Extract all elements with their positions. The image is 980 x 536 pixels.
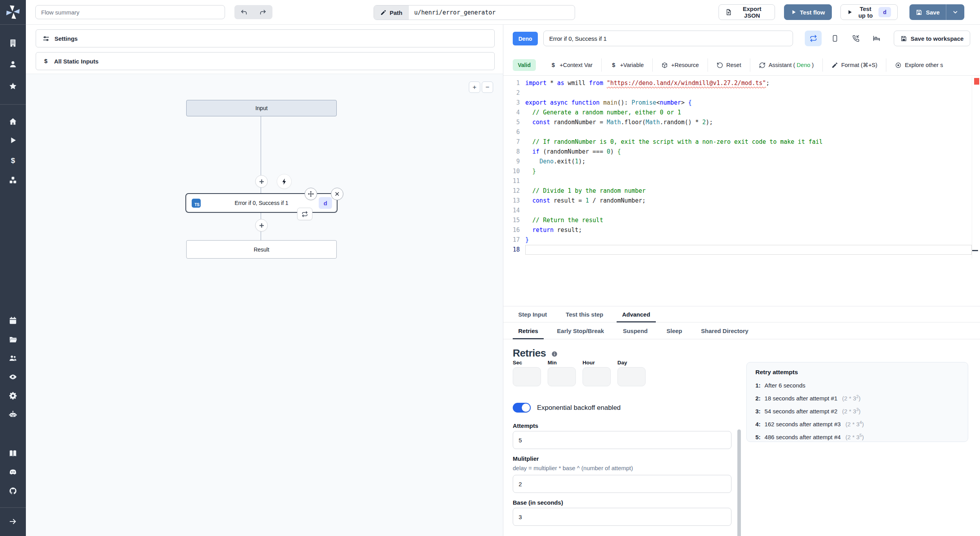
groups-icon: [9, 354, 17, 362]
suspend-shortcut-button[interactable]: [847, 31, 864, 46]
sidebar-item-runs[interactable]: [5, 132, 21, 148]
subtab-early-stop-break[interactable]: Early Stop/Break: [552, 322, 610, 339]
toolbar-add-context-var-button[interactable]: $+Context Var: [541, 58, 601, 72]
flow-settings-button[interactable]: Settings: [36, 29, 495, 47]
save-icon: [916, 9, 922, 16]
sidebar-item-groups[interactable]: [5, 350, 21, 366]
retries-shortcut-button[interactable]: [805, 31, 822, 46]
subtab-retries[interactable]: Retries: [513, 322, 544, 339]
flow-summary-input[interactable]: [35, 5, 225, 19]
retry-indicator-button[interactable]: [297, 208, 312, 220]
backoff-row: Exponential backoff enabled: [513, 403, 621, 413]
base-label: Base (in seconds): [513, 499, 563, 506]
path-value: u/henri/error_generator: [409, 5, 501, 20]
sidebar-item-audit-logs[interactable]: [5, 369, 21, 385]
delete-step-button[interactable]: [331, 188, 343, 200]
code-line: [525, 245, 972, 255]
early-stop-shortcut-button[interactable]: [826, 31, 843, 46]
language-badge: Deno: [513, 32, 538, 45]
info-icon[interactable]: [551, 351, 558, 357]
result-node[interactable]: Result: [186, 240, 337, 259]
redo-button[interactable]: [254, 5, 273, 19]
sidebar-item-github[interactable]: [5, 483, 21, 499]
scrollbar-thumb[interactable]: [737, 429, 741, 536]
toolbar-add-resource-button[interactable]: +Resource: [652, 58, 708, 72]
toolbar-explore-button[interactable]: Explore other s: [886, 58, 952, 72]
sidebar-item-favorites[interactable]: [5, 78, 21, 94]
retry-hour-input[interactable]: [583, 367, 611, 386]
sidebar-item-user[interactable]: [5, 56, 21, 72]
code-editor[interactable]: 123456789101112131415161718 import * as …: [503, 76, 980, 259]
windmill-logo-icon[interactable]: [4, 4, 22, 21]
multiplier-input[interactable]: [513, 475, 731, 493]
save-options-button[interactable]: [946, 4, 964, 20]
file-export-icon: [725, 9, 732, 16]
code-line: }: [525, 235, 972, 245]
subtab-suspend[interactable]: Suspend: [617, 322, 653, 339]
tab-step-input[interactable]: Step Input: [513, 306, 552, 322]
zoom-out-button[interactable]: −: [482, 81, 493, 93]
save-to-workspace-button[interactable]: Save to workspace: [894, 31, 970, 46]
retry-attempts-title: Retry attempts: [755, 369, 959, 376]
trigger-button[interactable]: [277, 174, 292, 189]
toolbar-format-button[interactable]: Format (⌘+S): [822, 58, 886, 72]
subtab-sleep[interactable]: Sleep: [661, 322, 688, 339]
boxes-icon: [9, 176, 17, 185]
sidebar-item-schedules[interactable]: [5, 313, 21, 328]
sidebar: $: [0, 0, 26, 536]
sidebar-item-docs[interactable]: [5, 445, 21, 461]
target-icon: [895, 62, 902, 69]
sidebar-item-variables[interactable]: $: [5, 153, 21, 168]
code-line: export async function main(): Promise<nu…: [525, 98, 972, 108]
toolbar-reset-button[interactable]: Reset: [708, 58, 750, 72]
tab-advanced[interactable]: Advanced: [617, 306, 656, 322]
cursor-marker: [972, 250, 978, 251]
sidebar-item-discord[interactable]: [5, 464, 21, 480]
export-json-button[interactable]: Export JSON: [719, 4, 775, 20]
step-id-badge: d: [319, 197, 332, 209]
sidebar-item-resources[interactable]: [5, 172, 21, 188]
sidebar-item-home[interactable]: [5, 114, 21, 129]
test-up-to-button[interactable]: Test up to d: [840, 4, 898, 20]
code-line: // If randomNumber is 0, exit the script…: [525, 137, 972, 147]
package-icon: [661, 62, 668, 69]
line-number: 12: [503, 186, 520, 196]
sidebar-item-workspace[interactable]: [5, 35, 21, 51]
all-static-inputs-button[interactable]: $ All Static Inputs: [36, 52, 495, 70]
undo-button[interactable]: [234, 5, 254, 19]
exponential-backoff-toggle[interactable]: [513, 403, 531, 413]
subtab-shared-directory[interactable]: Shared Directory: [695, 322, 754, 339]
sidebar-item-settings[interactable]: [5, 388, 21, 404]
flow-canvas[interactable]: + − Input TS Error if 0, Success if 1 d: [26, 74, 503, 536]
plus-icon: [259, 223, 265, 228]
sidebar-item-workers[interactable]: [5, 407, 21, 422]
code-line: const result = 1 / randomNumber;: [525, 196, 972, 206]
attempts-input[interactable]: [513, 431, 731, 449]
sidebar-item-folders[interactable]: [5, 331, 21, 347]
toolbar-assistant-button[interactable]: Assistant (Deno): [750, 58, 822, 72]
input-node[interactable]: Input: [186, 100, 337, 116]
retry-min-field: Min: [548, 360, 576, 386]
retry-min-input[interactable]: [548, 367, 576, 386]
sleep-shortcut-button[interactable]: [868, 31, 885, 46]
pen-icon: [831, 62, 838, 69]
toolbar-add-variable-button[interactable]: $+Variable: [601, 58, 653, 72]
step-name-input[interactable]: [543, 31, 793, 46]
retry-sec-input[interactable]: [513, 367, 541, 386]
retry-day-input[interactable]: [617, 367, 646, 386]
form-scrollbar: [737, 340, 742, 536]
add-step-button-top[interactable]: [255, 175, 268, 188]
code-line: // Return the result: [525, 215, 972, 225]
zoom-in-button[interactable]: +: [469, 81, 480, 93]
retry-sec-field: Sec: [513, 360, 541, 386]
test-flow-button[interactable]: Test flow: [784, 4, 832, 20]
save-button[interactable]: Save: [909, 4, 946, 20]
path-field[interactable]: Path u/henri/error_generator: [374, 5, 575, 20]
base-input[interactable]: [513, 508, 731, 526]
move-step-button[interactable]: [305, 188, 317, 200]
code-line: [525, 88, 972, 98]
sidebar-item-expand[interactable]: [5, 514, 21, 529]
play-icon: [791, 9, 797, 15]
tab-test-this-step[interactable]: Test this step: [560, 306, 609, 322]
add-step-button-bottom[interactable]: [255, 219, 268, 232]
